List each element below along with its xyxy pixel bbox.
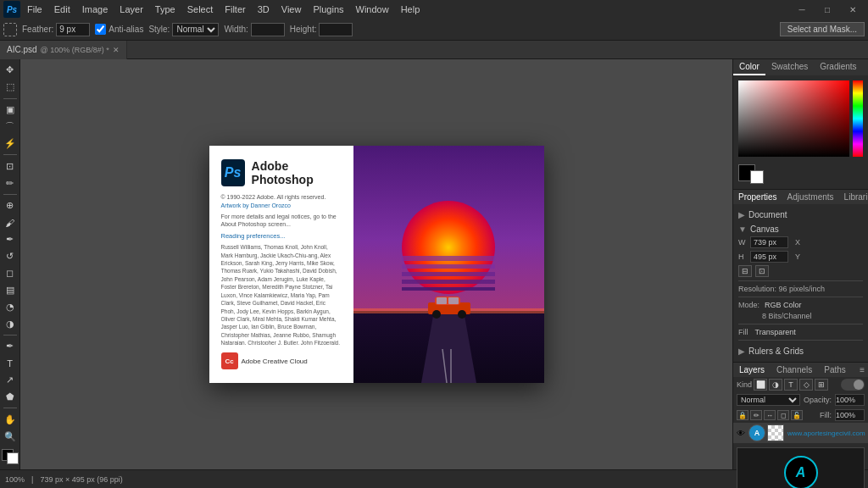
dodge-tool[interactable]: ◑ [2,316,19,331]
width-input[interactable] [251,23,285,36]
background-color[interactable] [7,452,19,464]
document-tab[interactable]: AIC.psd @ 100% (RGB/8#) * ✕ [0,41,127,59]
fill-input[interactable] [835,409,865,421]
lock-transparent[interactable]: 🔒 [737,410,748,420]
svg-rect-3 [402,256,495,261]
blend-mode-select[interactable]: Normal [737,394,800,406]
layer-visibility-icon[interactable]: 👁 [737,428,745,438]
menu-edit[interactable]: Edit [49,3,75,16]
options-toolbar: Feather: Anti-alias Style: Normal Width:… [0,19,868,41]
tab-close-icon[interactable]: ✕ [113,46,120,54]
hue-slider[interactable] [853,80,863,157]
filter-pixel[interactable]: ⬜ [754,379,767,391]
tab-properties[interactable]: Properties [733,190,782,204]
filter-adjust[interactable]: ◑ [769,379,782,391]
x-separator: X [795,238,800,247]
lasso-tool[interactable]: ⌒ [2,119,19,135]
filter-smart[interactable]: ⊞ [815,379,828,391]
maximize-button[interactable]: □ [815,0,839,19]
filter-toggle[interactable] [841,379,865,391]
menu-plugins[interactable]: Plugins [308,3,348,16]
canvas-height-input[interactable] [750,251,788,263]
svg-point-14 [458,310,466,319]
kind-label: Kind [737,380,752,389]
gradient-tool[interactable]: ▤ [2,282,19,297]
tab-channels[interactable]: Channels [771,363,818,377]
hand-tool[interactable]: ✋ [2,412,19,427]
menu-type[interactable]: Type [150,3,181,16]
lock-position[interactable]: ↔ [764,410,776,420]
zoom-level: 100% [5,475,25,484]
zoom-tool[interactable]: 🔍 [2,429,19,444]
artboard-tool[interactable]: ⬚ [2,80,19,95]
menu-file[interactable]: File [22,3,47,16]
shape-tool[interactable]: ⬟ [2,390,19,405]
menu-image[interactable]: Image [77,3,114,16]
path-tool[interactable]: ↗ [2,373,19,388]
menu-3d[interactable]: 3D [253,3,275,16]
layers-panel-menu[interactable]: ≡ [856,363,868,377]
eyedropper-tool[interactable]: ✏ [2,175,19,191]
blur-tool[interactable]: ◔ [2,299,19,314]
eraser-tool[interactable]: ◻ [2,265,19,280]
brush-tool[interactable]: 🖌 [2,215,19,230]
history-tool[interactable]: ↺ [2,249,19,264]
menu-layer[interactable]: Layer [114,3,148,16]
tab-color[interactable]: Color [733,59,765,75]
tab-layers[interactable]: Layers [733,363,771,377]
tab-patterns[interactable]: Patterns [863,59,868,75]
bits-value: 8 Bits/Channel [762,312,863,320]
properties-tabs: Properties Adjustments Libraries ≡ [733,190,868,204]
tab-paths[interactable]: Paths [818,363,852,377]
svg-rect-15 [437,297,447,304]
pen-tool[interactable]: ✒ [2,339,19,354]
close-button[interactable]: ✕ [841,0,865,19]
lock-all[interactable]: 🔓 [791,410,803,420]
about-reading-prefs[interactable]: Reading preferences... [221,232,342,240]
opacity-input[interactable] [835,394,865,406]
portrait-icon[interactable]: ⊡ [755,265,769,277]
color-saturation-lightness[interactable] [738,80,849,157]
move-tool[interactable]: ✥ [2,63,19,78]
fill-row: Fill Transparent [738,328,863,336]
tab-adjustments[interactable]: Adjustments [782,190,839,204]
menu-help[interactable]: Help [396,3,426,16]
filter-type[interactable]: T [784,379,798,391]
layer-item[interactable]: 👁 A www.aportesingecivil.com [733,423,868,444]
marquee-tool[interactable]: ▣ [2,103,19,118]
type-tool[interactable]: T [2,356,19,371]
tab-gradients[interactable]: Gradients [814,59,862,75]
mode-label: Mode: [738,301,760,309]
filter-shape[interactable]: ◇ [799,379,813,391]
background-swatch[interactable] [750,170,764,184]
crop-tool[interactable]: ⊡ [2,158,19,174]
minimize-button[interactable]: ─ [790,0,814,19]
layers-tabs: Layers Channels Paths ≡ [733,363,868,377]
magic-wand-tool[interactable]: ⚡ [2,136,19,151]
menu-select[interactable]: Select [182,3,219,16]
about-dialog-left: Ps Adobe Photoshop © 1990-2022 Adobe. Al… [209,146,353,383]
antialiased-checkbox[interactable] [95,24,106,35]
main-layout: ✥ ⬚ ▣ ⌒ ⚡ ⊡ ✏ ⊕ 🖌 ✒ ↺ ◻ ▤ ◔ ◑ ✒ T ↗ ⬟ ✋ … [0,59,868,469]
heal-tool[interactable]: ⊕ [2,198,19,214]
lock-image[interactable]: ✏ [750,410,762,420]
menu-view[interactable]: View [276,3,307,16]
svg-rect-16 [448,297,459,304]
style-select[interactable]: Normal [172,23,219,36]
prop-divider-2 [738,297,863,297]
landscape-icon[interactable]: ⊟ [738,265,752,277]
color-picker-area [733,75,868,189]
canvas-width-input[interactable] [750,236,788,248]
clone-tool[interactable]: ✒ [2,232,19,247]
menu-window[interactable]: Window [351,3,394,16]
feather-input[interactable] [56,23,90,36]
select-mask-button[interactable]: Select and Mask... [780,22,865,36]
color-gradient-area[interactable] [738,80,849,157]
height-input[interactable] [319,23,353,36]
canvas-area: Ps Adobe Photoshop © 1990-2022 Adobe. Al… [20,59,732,469]
layer-name: www.aportesingecivil.com [787,430,865,437]
tab-swatches[interactable]: Swatches [765,59,814,75]
menu-filter[interactable]: Filter [220,3,250,16]
tab-libraries[interactable]: Libraries [839,190,868,204]
lock-artboard[interactable]: ◻ [777,410,789,420]
